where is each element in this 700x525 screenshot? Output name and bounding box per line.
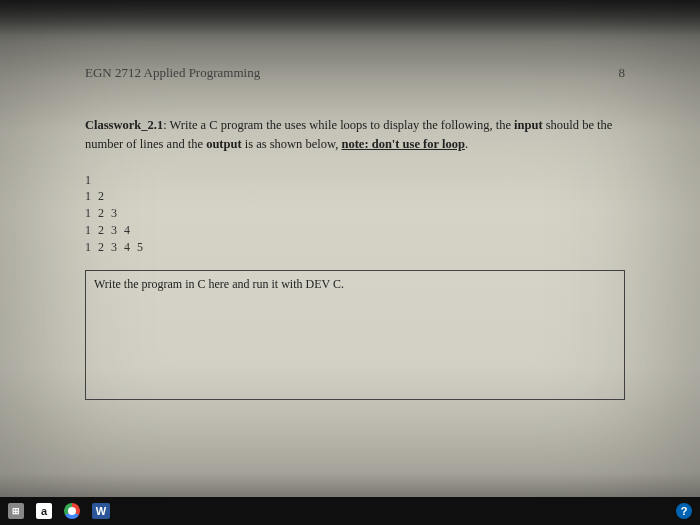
pattern-line: 1 2 3 4 5: [85, 239, 625, 256]
course-title: EGN 2712 Applied Programming: [85, 65, 260, 81]
pattern-line: 1 2 3 4: [85, 222, 625, 239]
period: .: [465, 137, 468, 151]
store-icon[interactable]: ⊞: [8, 503, 24, 519]
word-icon[interactable]: W: [92, 503, 110, 519]
input-word: input: [514, 118, 543, 132]
prompt-text-1: : Write a C program the uses while loops…: [163, 118, 514, 132]
document-page: EGN 2712 Applied Programming 8 Classwork…: [20, 35, 680, 495]
output-word: output: [206, 137, 241, 151]
output-pattern: 1 1 2 1 2 3 1 2 3 4 1 2 3 4 5: [85, 172, 625, 256]
pattern-line: 1 2 3: [85, 205, 625, 222]
assignment-title: Classwork_2.1: [85, 118, 163, 132]
code-answer-box: Write the program in C here and run it w…: [85, 270, 625, 400]
windows-taskbar[interactable]: ⊞ a W ?: [0, 497, 700, 525]
help-icon[interactable]: ?: [676, 503, 692, 519]
amazon-icon[interactable]: a: [36, 503, 52, 519]
code-box-instruction: Write the program in C here and run it w…: [94, 277, 616, 292]
chrome-icon[interactable]: [64, 503, 80, 519]
taskbar-tray: ?: [676, 503, 692, 519]
pattern-line: 1: [85, 172, 625, 189]
course-header: EGN 2712 Applied Programming 8: [85, 65, 625, 81]
prompt-text-3: is as shown below,: [242, 137, 342, 151]
page-top-shadow: [0, 0, 700, 35]
assignment-description: Classwork_2.1: Write a C program the use…: [85, 116, 625, 154]
note-text: note: don't use for loop: [341, 137, 464, 151]
pattern-line: 1 2: [85, 188, 625, 205]
page-number: 8: [619, 65, 626, 81]
